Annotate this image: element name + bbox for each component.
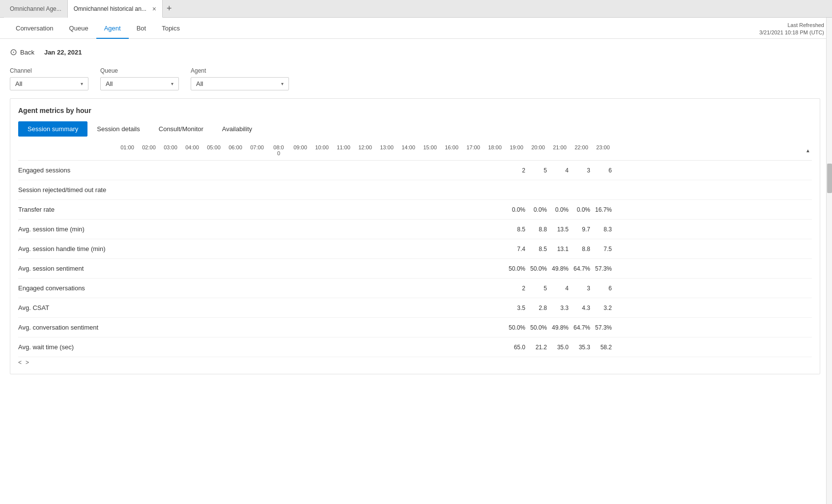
hour-cell: 01:00 bbox=[116, 144, 138, 156]
metric-value-cell bbox=[160, 340, 181, 355]
metric-value-cell bbox=[268, 340, 289, 355]
nav-tab-queue[interactable]: Queue bbox=[61, 18, 96, 39]
scroll-left-btn[interactable]: < bbox=[18, 359, 22, 366]
metric-value-cell bbox=[484, 320, 506, 335]
vertical-scrollbar[interactable] bbox=[826, 18, 832, 504]
metrics-table: 01:0002:0003:0004:0005:0006:0007:0008:0 … bbox=[18, 144, 812, 366]
scroll-right-btn[interactable]: > bbox=[26, 359, 29, 366]
metric-value-cell bbox=[203, 222, 225, 237]
metric-value-cell bbox=[246, 163, 268, 178]
metric-value-cell bbox=[289, 222, 311, 237]
metric-value-cell bbox=[354, 163, 376, 178]
metric-name-cell: Transfer rate bbox=[18, 202, 116, 217]
new-tab-button[interactable]: + bbox=[163, 3, 176, 14]
metric-value-cell bbox=[203, 242, 225, 256]
back-button[interactable]: ⊙ Back bbox=[10, 47, 34, 57]
metric-value-cell bbox=[181, 320, 203, 335]
sub-tab-consult-monitor[interactable]: Consult/Monitor bbox=[149, 121, 213, 137]
table-row: Engaged sessions 25436 bbox=[18, 161, 812, 180]
hour-cell: 11:00 bbox=[333, 144, 354, 156]
metric-value-cell bbox=[398, 281, 419, 296]
metric-value-cell bbox=[441, 301, 462, 315]
metric-value-cell bbox=[376, 281, 398, 296]
scrollbar-thumb[interactable] bbox=[827, 164, 832, 193]
metric-value-cell bbox=[246, 281, 268, 296]
agent-label: Agent bbox=[191, 67, 289, 74]
metric-value-cell bbox=[246, 261, 268, 276]
scroll-up-indicator[interactable]: ▲ bbox=[804, 148, 812, 153]
metric-value-cell bbox=[225, 242, 246, 256]
metric-value-cell: 8.8 bbox=[527, 222, 549, 237]
metric-value-cell bbox=[419, 202, 441, 217]
hour-cell: 02:00 bbox=[138, 144, 160, 156]
date-display: Jan 22, 2021 bbox=[44, 49, 82, 56]
hour-cell: 09:00 bbox=[289, 144, 311, 156]
metric-value-cell bbox=[441, 163, 462, 178]
metric-value-cell bbox=[225, 163, 246, 178]
metric-value-cell bbox=[462, 222, 484, 237]
sub-tab-session-details[interactable]: Session details bbox=[87, 121, 149, 137]
metric-value-cell bbox=[354, 340, 376, 355]
metric-value-cell bbox=[138, 301, 160, 315]
browser-tab-1[interactable]: Omnichannel Age... bbox=[4, 0, 68, 18]
hour-cell: 15:00 bbox=[419, 144, 441, 156]
sub-tab-availability[interactable]: Availability bbox=[213, 121, 261, 137]
metric-value-cell bbox=[376, 202, 398, 217]
metric-name-cell: Avg. session sentiment bbox=[18, 261, 116, 276]
nav-tab-bot[interactable]: Bot bbox=[129, 18, 154, 39]
metric-value-cell bbox=[398, 242, 419, 256]
sub-tab-session-summary[interactable]: Session summary bbox=[18, 121, 87, 137]
metric-value-cell bbox=[289, 261, 311, 276]
metric-value-cell bbox=[268, 183, 289, 197]
metric-value-cell bbox=[419, 320, 441, 335]
metric-value-cell bbox=[441, 183, 462, 197]
metric-value-cell bbox=[354, 320, 376, 335]
metric-value-cell bbox=[116, 261, 138, 276]
metric-value-cell bbox=[116, 320, 138, 335]
nav-tab-topics[interactable]: Topics bbox=[154, 18, 188, 39]
metric-value-cell: 5 bbox=[527, 163, 549, 178]
metric-value-cell: 8.3 bbox=[592, 222, 614, 237]
metric-value-cell bbox=[138, 261, 160, 276]
metric-value-cell bbox=[333, 222, 354, 237]
browser-tab-2-label: Omnichannel historical an... bbox=[74, 5, 146, 12]
metric-value-cell bbox=[354, 222, 376, 237]
metric-value-cell: 6 bbox=[592, 281, 614, 296]
browser-tab-2[interactable]: Omnichannel historical an... × bbox=[68, 0, 163, 18]
agent-select[interactable]: All ▾ bbox=[191, 77, 289, 90]
metric-values-row: 0.0%0.0%0.0%0.0%16.7% bbox=[116, 202, 804, 217]
metric-value-cell bbox=[419, 281, 441, 296]
metric-value-cell: 0.0% bbox=[571, 202, 592, 217]
metric-value-cell bbox=[116, 281, 138, 296]
metric-value-cell: 5 bbox=[527, 281, 549, 296]
nav-tab-conversation[interactable]: Conversation bbox=[8, 18, 61, 39]
metric-value-cell: 50.0% bbox=[506, 320, 527, 335]
last-refreshed-value: 3/21/2021 10:18 PM (UTC) bbox=[759, 29, 824, 35]
browser-tab-2-close[interactable]: × bbox=[152, 5, 156, 13]
metric-value-cell bbox=[160, 320, 181, 335]
metric-value-cell bbox=[441, 340, 462, 355]
filter-channel: Channel All ▾ bbox=[10, 67, 88, 90]
hours-header: 01:0002:0003:0004:0005:0006:0007:0008:0 … bbox=[18, 144, 812, 161]
queue-select[interactable]: All ▾ bbox=[100, 77, 179, 90]
agent-chevron: ▾ bbox=[281, 81, 284, 86]
metric-value-cell bbox=[398, 222, 419, 237]
metric-value-cell bbox=[138, 163, 160, 178]
metric-value-cell bbox=[333, 340, 354, 355]
metric-value-cell bbox=[138, 320, 160, 335]
back-label: Back bbox=[20, 49, 34, 56]
metric-value-cell bbox=[311, 301, 333, 315]
metric-value-cell bbox=[160, 301, 181, 315]
metric-value-cell bbox=[138, 183, 160, 197]
metric-value-cell bbox=[441, 261, 462, 276]
hour-cell: 08:0 0 bbox=[268, 144, 289, 156]
metric-value-cell bbox=[419, 261, 441, 276]
channel-select[interactable]: All ▾ bbox=[10, 77, 88, 90]
metric-value-cell bbox=[419, 242, 441, 256]
queue-label: Queue bbox=[100, 67, 179, 74]
nav-tab-agent[interactable]: Agent bbox=[96, 18, 129, 39]
metric-value-cell bbox=[462, 163, 484, 178]
hour-cell: 06:00 bbox=[225, 144, 246, 156]
metric-value-cell bbox=[419, 301, 441, 315]
last-refreshed: Last Refreshed 3/21/2021 10:18 PM (UTC) bbox=[759, 22, 824, 37]
